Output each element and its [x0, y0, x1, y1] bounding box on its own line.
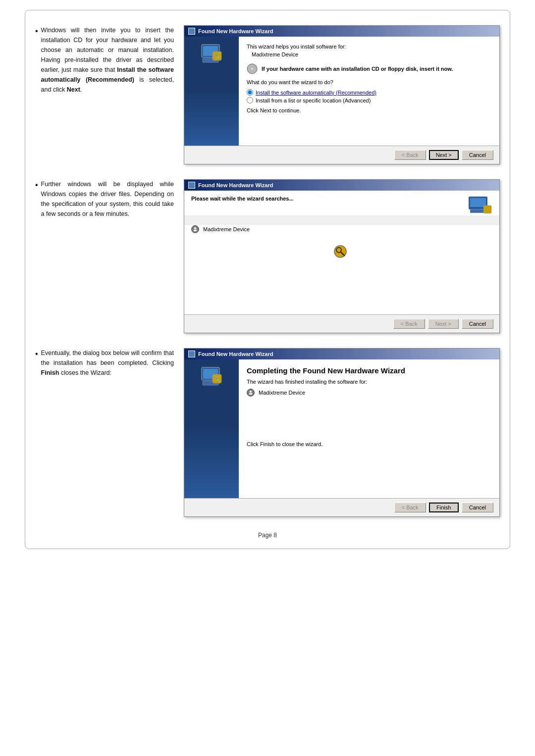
wizard-3-footer: < Back Finish Cancel	[184, 498, 499, 516]
wizard-3-finish-text-container: Click Finish to close the wizard.	[247, 441, 491, 447]
wizard-1-continue: Click Next to continue.	[247, 107, 491, 113]
wizard-3-banner: 🔧	[184, 359, 239, 498]
wizard-3-big-title: Completing the Found New Hardware Wizard	[247, 366, 491, 375]
wizard-3-body: 🔧 Completing the Found New Hardware Wiza…	[184, 359, 499, 498]
radio-item-2[interactable]: Install from a list or specific location…	[247, 97, 491, 103]
wizard-1-radio-label: What do you want the wizard to do?	[247, 79, 491, 85]
wizard-3-finish-button[interactable]: Finish	[429, 503, 459, 512]
page-footer: Page 8	[35, 532, 500, 539]
wizard-1-intro: This wizard helps you install software f…	[247, 44, 491, 50]
section-3: • Eventually, the dialog box below will …	[35, 348, 500, 517]
svg-rect-15	[194, 230, 197, 231]
svg-point-25	[250, 391, 252, 393]
wizard-1-container: Found New Hardware Wizard	[184, 25, 500, 164]
wizard-2-window-icon	[188, 182, 195, 189]
svg-point-8	[254, 66, 256, 68]
wizard-2-device-icon	[191, 225, 199, 233]
wizard-2-cancel-button[interactable]: Cancel	[462, 319, 493, 329]
wizard-2-title-text: Found New Hardware Wizard	[198, 182, 273, 188]
wizard-1-body: 🔧 This wizard helps you install software…	[184, 37, 499, 146]
wizard-2-next-button: Next >	[428, 319, 459, 329]
section-3-paragraph: Eventually, the dialog box below will co…	[41, 348, 174, 378]
wizard-3-content: Completing the Found New Hardware Wizard…	[239, 359, 499, 498]
wizard-3-window-icon	[188, 351, 195, 357]
wizard-2-search-icon-container	[191, 243, 492, 263]
section-1-text: • Windows will then invite you to insert…	[35, 25, 174, 164]
wizard-2-body: Madixtreme Device	[184, 225, 499, 314]
wizard-3-finish-text: Click Finish to close the wizard.	[247, 441, 491, 447]
svg-rect-10	[470, 198, 486, 207]
bullet-1: •	[35, 26, 38, 36]
section-2-text: • Further windows will be displayed whil…	[35, 179, 174, 333]
wizard-3-banner-icon: 🔧	[198, 364, 225, 392]
bullet-2: •	[35, 180, 38, 190]
wizard-2-title-bar: Found New Hardware Wizard	[184, 180, 499, 191]
section-2-paragraph: Further windows will be displayed while …	[41, 179, 174, 219]
wizard-3-device-row: Madixtreme Device	[247, 389, 491, 397]
section-2: • Further windows will be displayed whil…	[35, 179, 500, 333]
wizard-1-cancel-button[interactable]: Cancel	[462, 150, 493, 160]
radio-item-1[interactable]: Install the software automatically (Reco…	[247, 89, 491, 96]
svg-point-14	[194, 227, 196, 229]
svg-text:🔧: 🔧	[214, 376, 220, 382]
section-1: • Windows will then invite you to insert…	[35, 25, 500, 164]
radio-2-label: Install from a list or specific location…	[256, 98, 371, 103]
wizard-1-window-icon	[188, 28, 195, 35]
wizard-3-container: Found New Hardware Wizard 🔧	[184, 348, 500, 517]
page-container: • Windows will then invite you to insert…	[25, 10, 510, 549]
wizard-1: Found New Hardware Wizard	[184, 25, 500, 164]
wizard-2-magnifier-icon	[332, 243, 352, 263]
wizard-1-footer: < Back Next > Cancel	[184, 146, 499, 164]
wizard-1-device: Madixtreme Device	[252, 51, 491, 57]
cd-prompt-row: If your hardware came with an installati…	[247, 63, 491, 74]
wizard-2-searching: Please wait while the wizard searches...	[191, 196, 294, 202]
wizard-3-cancel-button[interactable]: Cancel	[462, 503, 493, 512]
radio-1-label: Install the software automatically (Reco…	[256, 90, 376, 96]
section-3-text: • Eventually, the dialog box below will …	[35, 348, 174, 517]
wizard-3: Found New Hardware Wizard 🔧	[184, 348, 500, 517]
wizard-1-banner: 🔧	[184, 37, 239, 146]
svg-rect-26	[249, 393, 252, 395]
cd-icon	[247, 63, 258, 74]
svg-rect-12	[483, 205, 491, 213]
wizard-2-footer: < Back Next > Cancel	[184, 314, 499, 333]
wizard-3-subtitle: The wizard has finished installing the s…	[247, 379, 491, 385]
wizard-1-back-button[interactable]: < Back	[394, 150, 426, 160]
wizard-3-title-bar: Found New Hardware Wizard	[184, 349, 499, 359]
wizard-1-radio-group: Install the software automatically (Reco…	[247, 89, 491, 103]
wizard-2-top-bar: Please wait while the wizard searches...	[184, 191, 499, 215]
radio-advanced[interactable]	[247, 97, 253, 103]
wizard-1-cd-prompt: If your hardware came with an installati…	[262, 66, 453, 72]
radio-automatic[interactable]	[247, 89, 253, 96]
wizard-3-device-icon	[247, 389, 255, 397]
bullet-3: •	[35, 349, 38, 358]
wizard-2-device-name: Madixtreme Device	[203, 226, 250, 232]
wizard-2-container: Found New Hardware Wizard Please wait wh…	[184, 179, 500, 333]
wizard-3-title-text: Found New Hardware Wizard	[198, 351, 273, 357]
wizard-1-content: This wizard helps you install software f…	[239, 37, 499, 146]
wizard-1-title-text: Found New Hardware Wizard	[198, 28, 273, 34]
wizard-1-banner-icon: 🔧	[198, 42, 225, 69]
wizard-3-device-name: Madixtreme Device	[259, 390, 305, 396]
svg-text:🔧: 🔧	[214, 53, 220, 59]
wizard-3-back-button[interactable]: < Back	[394, 503, 426, 512]
section-1-paragraph: Windows will then invite you to insert t…	[41, 25, 174, 95]
wizard-1-next-button[interactable]: Next >	[429, 150, 459, 160]
wizard-1-title-bar: Found New Hardware Wizard	[184, 26, 499, 37]
wizard-2-device-row: Madixtreme Device	[191, 225, 492, 233]
wizard-2-back-button[interactable]: < Back	[393, 319, 425, 329]
svg-point-7	[252, 68, 253, 70]
wizard-2-banner-small	[468, 196, 492, 215]
page-number: Page 8	[258, 532, 277, 539]
wizard-2: Found New Hardware Wizard Please wait wh…	[184, 179, 500, 333]
